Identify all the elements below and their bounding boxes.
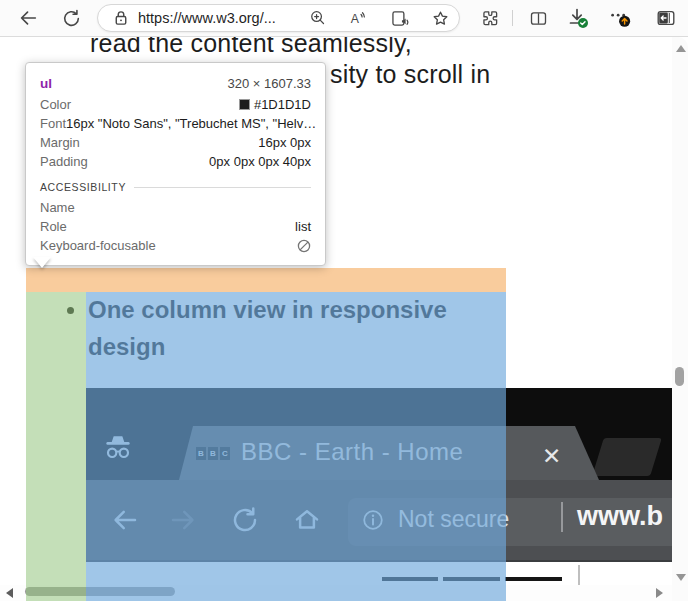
sidebar-icon	[655, 7, 677, 29]
bbc-screenshot-image: BBC BBC - Earth - Home ✕ Not secure	[86, 388, 672, 601]
row-value: list	[295, 219, 311, 234]
extensions-puzzle-icon	[480, 8, 501, 29]
paragraph-line-1: read the content seamlessly,	[90, 37, 412, 58]
bbc-back-icon	[110, 505, 140, 535]
bbc-home-icon	[292, 505, 322, 535]
download-icon	[566, 6, 590, 30]
incognito-icon	[103, 428, 133, 466]
row-label: Font	[40, 116, 66, 131]
back-icon	[17, 7, 39, 29]
read-aloud-icon[interactable]: A	[348, 8, 369, 29]
bbc-security-label: Not secure	[398, 506, 509, 533]
refresh-button[interactable]	[59, 6, 83, 30]
settings-more-button[interactable]	[608, 6, 632, 30]
browser-window: https://www.w3.org/... A read the conten	[0, 0, 688, 601]
row-label: Name	[40, 200, 75, 215]
row-label: Keyboard-focusable	[40, 238, 156, 253]
scroll-right-arrow-icon[interactable]	[656, 588, 663, 598]
bbc-content-dash	[505, 577, 562, 581]
row-value: 16px "Noto Sans", "Trebuchet MS", "Helv…	[66, 116, 316, 131]
extensions-button[interactable]	[478, 6, 502, 30]
no-entry-icon	[297, 239, 311, 253]
bbc-tab-close-icon: ✕	[542, 443, 561, 470]
devtools-element-tooltip: ul 320 × 1607.33 Color #1D1D1D Font 16px…	[25, 62, 326, 266]
row-value: #1D1D1D	[254, 97, 311, 112]
address-bar-actions: A	[308, 5, 451, 31]
row-label: Role	[40, 219, 67, 234]
element-dimensions: 320 × 1607.33	[228, 76, 312, 91]
toolbar-divider	[512, 10, 513, 26]
split-screen-icon	[528, 8, 549, 29]
list-bullet	[67, 307, 74, 314]
color-swatch	[239, 99, 250, 110]
highlight-padding-overlay	[26, 292, 86, 601]
browser-toolbar: https://www.w3.org/... A	[0, 0, 688, 37]
lock-icon[interactable]	[112, 9, 130, 27]
bbc-background-tab	[592, 438, 662, 476]
bbc-logo: BBC	[196, 447, 230, 460]
scroll-left-arrow-icon[interactable]	[6, 588, 13, 598]
bbc-forward-icon	[168, 505, 198, 535]
list-item-text: One column view in responsive design	[88, 291, 480, 365]
back-button[interactable]	[16, 6, 40, 30]
tooltip-caret	[33, 257, 51, 268]
scroll-up-arrow-icon[interactable]	[676, 45, 686, 52]
bbc-url-separator	[561, 502, 563, 532]
sidebar-toggle-button[interactable]	[654, 6, 678, 30]
downloads-button[interactable]	[566, 6, 590, 30]
element-tag: ul	[40, 76, 52, 91]
highlight-margin-overlay	[26, 268, 506, 292]
url-text: https://www.w3.org/...	[138, 10, 276, 26]
bbc-refresh-icon	[230, 505, 260, 535]
row-value: 0px 0px 0px 40px	[209, 154, 311, 169]
row-label: Padding	[40, 154, 88, 169]
split-screen-button[interactable]	[526, 6, 550, 30]
bbc-content-dash	[382, 577, 438, 581]
row-label: Margin	[40, 135, 80, 150]
favorites-star-icon[interactable]	[430, 8, 451, 29]
scroll-down-arrow-icon[interactable]	[676, 574, 686, 581]
address-bar[interactable]: https://www.w3.org/... A	[97, 4, 460, 32]
paragraph-line-2: sity to scroll in	[330, 60, 490, 89]
bbc-content-dash	[443, 577, 500, 581]
accessibility-section-header: ACCESSIBILITY	[40, 181, 311, 193]
bbc-url-text: www.b	[577, 501, 663, 532]
web-page-viewport: read the content seamlessly, sity to scr…	[0, 37, 688, 601]
row-value: 16px 0px	[258, 135, 311, 150]
svg-text:A: A	[351, 11, 360, 25]
row-label: Color	[40, 97, 71, 112]
vertical-scrollbar-thumb[interactable]	[675, 367, 684, 386]
refresh-icon	[61, 8, 82, 29]
tab-audio-icon[interactable]	[389, 8, 410, 29]
horizontal-scrollbar-thumb[interactable]	[25, 587, 175, 596]
bbc-tab-title: BBC - Earth - Home	[241, 438, 463, 466]
horizontal-scrollbar[interactable]	[0, 585, 672, 601]
bbc-info-icon	[362, 509, 384, 531]
zoom-icon[interactable]	[308, 8, 328, 28]
ellipsis-icon	[608, 6, 632, 30]
vertical-scrollbar[interactable]	[672, 37, 688, 601]
